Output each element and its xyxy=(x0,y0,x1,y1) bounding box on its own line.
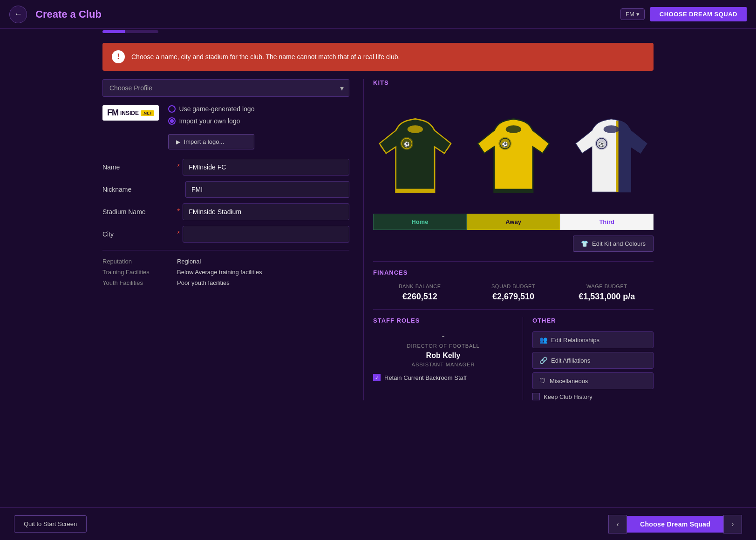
retain-staff-option[interactable]: ✓ Retain Current Backroom Staff xyxy=(373,374,513,381)
youth-row: Youth Facilities Poor youth facilities xyxy=(102,279,349,286)
keep-club-history-option[interactable]: Keep Club History xyxy=(532,393,654,400)
city-input[interactable] xyxy=(183,226,349,243)
retain-staff-checkbox[interactable]: ✓ xyxy=(373,374,381,381)
misc-icon: 🛡 xyxy=(539,377,546,385)
edit-affiliations-button[interactable]: 🔗 Edit Affiliations xyxy=(532,352,654,369)
import-logo-button[interactable]: ▶ Import a logo... xyxy=(168,134,255,149)
error-icon: ! xyxy=(112,50,125,63)
wage-budget-value: €1,531,000 p/a xyxy=(560,292,654,302)
net-badge: .NET xyxy=(141,110,154,116)
assistant-label: ASSISTANT MANAGER xyxy=(373,362,513,367)
svg-text:⚽: ⚽ xyxy=(599,141,605,148)
wage-budget-item: WAGE BUDGET €1,531,000 p/a xyxy=(560,284,654,302)
progress-bar-track xyxy=(102,30,158,33)
svg-text:⚽: ⚽ xyxy=(403,141,410,148)
reputation-label: Reputation xyxy=(102,258,177,265)
import-icon: ▶ xyxy=(176,139,180,145)
bank-balance-label: BANK BALANCE xyxy=(373,284,467,289)
stadium-input[interactable] xyxy=(183,203,349,220)
reputation-value: Regional xyxy=(177,258,201,265)
choose-dream-squad-button-bottom[interactable]: Choose Dream Squad xyxy=(627,516,723,533)
right-panel: KITS ⚽ xyxy=(363,79,654,400)
profile-select-wrap: Choose Profile ▾ xyxy=(102,79,349,97)
choose-dream-squad-button-top[interactable]: CHOOSE DREAM SQUAD xyxy=(650,7,747,21)
svg-point-11 xyxy=(604,125,619,133)
quit-button[interactable]: Quit to Start Screen xyxy=(14,515,87,533)
edit-relationships-button[interactable]: 👥 Edit Relationships xyxy=(532,331,654,348)
city-required: * xyxy=(177,230,180,238)
tab-home[interactable]: Home xyxy=(373,214,467,230)
staff-dash: - xyxy=(373,331,513,341)
bottom-right: ‹ Choose Dream Squad › xyxy=(608,515,742,533)
svg-point-0 xyxy=(408,125,423,133)
logo-section: FM INSIDE .NET Use game-generated logo I… xyxy=(102,105,349,149)
relationships-icon: 👥 xyxy=(539,336,547,344)
edit-kit-button[interactable]: 👕 Edit Kit and Colours xyxy=(573,236,654,252)
nickname-input[interactable] xyxy=(185,181,349,198)
nickname-label: Nickname xyxy=(102,186,177,193)
nav-back-button[interactable]: ‹ xyxy=(608,515,627,533)
progress-bar-fill xyxy=(102,30,125,33)
home-kit-shirt: ⚽ xyxy=(373,98,457,202)
tab-away[interactable]: Away xyxy=(467,214,560,230)
keep-history-checkbox[interactable] xyxy=(532,393,540,400)
page-title: Create a Club xyxy=(35,8,102,20)
city-row: City * xyxy=(102,226,349,243)
error-banner: ! Choose a name, city and stadium for th… xyxy=(102,43,654,71)
kits-display: ⚽ ⚽ xyxy=(373,94,654,206)
bank-balance-item: BANK BALANCE €260,512 xyxy=(373,284,467,302)
fm-badge[interactable]: FM ▾ xyxy=(620,8,645,20)
affiliations-icon: 🔗 xyxy=(539,357,547,364)
stadium-row: Stadium Name * xyxy=(102,203,349,220)
other-section: OTHER 👥 Edit Relationships 🔗 Edit Affili… xyxy=(532,317,654,400)
stadium-required: * xyxy=(177,208,180,216)
kits-section: KITS ⚽ xyxy=(373,79,654,252)
stadium-label: Stadium Name xyxy=(102,208,177,216)
name-row: Name * xyxy=(102,159,349,176)
youth-label: Youth Facilities xyxy=(102,279,177,286)
back-button[interactable]: ← xyxy=(9,6,27,23)
svg-rect-4 xyxy=(396,189,435,192)
svg-rect-9 xyxy=(494,189,532,192)
svg-text:⚽: ⚽ xyxy=(502,141,508,148)
svg-point-5 xyxy=(505,125,521,133)
squad-budget-label: SQUAD BUDGET xyxy=(467,284,560,289)
miscellaneous-button[interactable]: 🛡 Miscellaneous xyxy=(532,372,654,389)
director-name: Rob Kelly xyxy=(373,351,513,360)
progress-bar-area xyxy=(0,29,756,34)
top-nav: ← Create a Club FM ▾ CHOOSE DREAM SQUAD xyxy=(0,0,756,29)
name-input[interactable] xyxy=(183,159,349,176)
import-own-logo-option[interactable]: Import your own logo xyxy=(168,117,255,125)
bottom-bar: Quit to Start Screen ‹ Choose Dream Squa… xyxy=(0,507,756,540)
radio-import-logo xyxy=(168,117,176,125)
tab-third[interactable]: Third xyxy=(560,214,654,230)
squad-budget-value: €2,679,510 xyxy=(467,292,560,302)
fm-logo-text: FM xyxy=(107,108,118,118)
error-message: Choose a name, city and stadium for the … xyxy=(131,53,400,61)
youth-value: Poor youth facilities xyxy=(177,279,230,286)
use-game-logo-option[interactable]: Use game-generated logo xyxy=(168,105,255,113)
finances-section: FINANCES BANK BALANCE €260,512 SQUAD BUD… xyxy=(373,261,654,302)
other-section-title: OTHER xyxy=(532,317,654,324)
kits-section-title: KITS xyxy=(373,79,654,86)
wage-budget-label: WAGE BUDGET xyxy=(560,284,654,289)
training-row: Training Facilities Below Average traini… xyxy=(102,269,349,276)
director-label: DIRECTOR OF FOOTBALL xyxy=(373,343,513,349)
staff-roles-section: STAFF ROLES - DIRECTOR OF FOOTBALL Rob K… xyxy=(373,317,523,400)
reputation-row: Reputation Regional xyxy=(102,258,349,265)
name-label: Name xyxy=(102,163,177,171)
staff-roles-title: STAFF ROLES xyxy=(373,317,513,324)
away-kit-shirt: ⚽ xyxy=(471,98,556,202)
training-label: Training Facilities xyxy=(102,269,177,276)
logo-options: Use game-generated logo Import your own … xyxy=(168,105,255,149)
nav-forward-button[interactable]: › xyxy=(723,515,742,533)
third-kit-shirt: ⚽ xyxy=(569,98,654,202)
name-required: * xyxy=(177,163,180,171)
nav-right: FM ▾ CHOOSE DREAM SQUAD xyxy=(620,7,747,21)
left-panel: Choose Profile ▾ FM INSIDE .NET Use game… xyxy=(102,79,363,400)
finances-section-title: FINANCES xyxy=(373,269,654,276)
city-label: City xyxy=(102,230,177,238)
profile-select[interactable]: Choose Profile xyxy=(102,79,349,97)
training-value: Below Average training facilities xyxy=(177,269,262,276)
main-content: Choose Profile ▾ FM INSIDE .NET Use game… xyxy=(102,79,654,400)
